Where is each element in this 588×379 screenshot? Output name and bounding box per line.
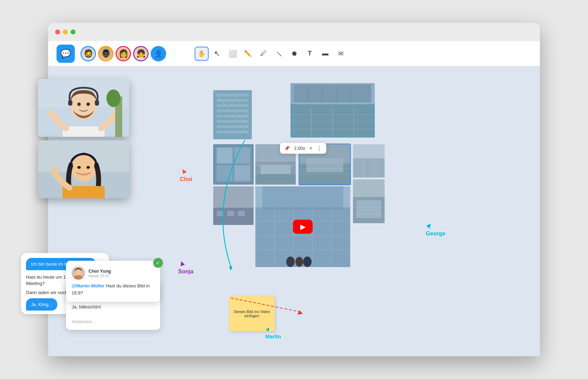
app-logo[interactable]: 💬 — [57, 45, 75, 63]
svg-rect-68 — [262, 186, 343, 209]
svg-rect-22 — [294, 85, 371, 102]
browser-titlebar — [48, 23, 540, 41]
svg-rect-95 — [69, 162, 73, 167]
chat-bubble-4: Ja. Kling... — [26, 298, 57, 311]
comment-user-1: Choi Yung Heute 15:37 — [72, 266, 155, 280]
svg-rect-71 — [357, 200, 381, 218]
video-call-panel — [38, 79, 129, 198]
logo-icon: 💬 — [60, 49, 71, 59]
svg-marker-74 — [229, 266, 233, 270]
svg-rect-32 — [234, 165, 250, 181]
comment-avatar-1 — [72, 266, 85, 280]
sticky-tool[interactable]: ▬ — [318, 47, 332, 61]
svg-rect-44 — [353, 158, 385, 178]
svg-rect-52 — [227, 211, 234, 216]
eraser-tool[interactable]: ⬜ — [226, 47, 240, 61]
comment-name-1: Choi Yung — [89, 268, 111, 274]
image-1[interactable] — [213, 90, 252, 139]
shape-tool[interactable]: ⬟ — [287, 47, 301, 61]
image-3[interactable] — [213, 144, 254, 185]
svg-point-99 — [51, 170, 59, 176]
choi-cursor-label: Choi — [180, 176, 192, 182]
image-6[interactable] — [353, 144, 385, 178]
comment-input-placeholder: Antworten ... — [72, 319, 97, 324]
video-tile-2 — [38, 140, 129, 198]
sonja-cursor-label: Sonja — [178, 268, 194, 275]
svg-point-66 — [295, 257, 303, 267]
svg-rect-31 — [217, 165, 233, 181]
select-tool[interactable]: ↖ — [210, 47, 224, 61]
svg-rect-29 — [217, 148, 233, 164]
main-toolbar: 💬 🧔 👨🏿 👩 👧 👤 ✋ ↖ ⬜ ✏️ 🖊 — [48, 41, 540, 66]
video-tile-1 — [38, 79, 129, 137]
hand-tool[interactable]: ✋ — [195, 47, 209, 61]
svg-point-86 — [77, 102, 81, 106]
image-7[interactable] — [213, 186, 254, 225]
add-user-button[interactable]: 👤 — [151, 46, 166, 61]
svg-rect-82 — [95, 100, 99, 106]
svg-point-67 — [303, 257, 312, 267]
svg-point-85 — [48, 110, 56, 117]
toolbar-tools: ✋ ↖ ⬜ ✏️ 🖊 | ⬟ T ▬ ✉ — [195, 47, 348, 61]
george-arrow-icon: ▲ — [424, 219, 435, 231]
choi-arrow-icon: ▲ — [178, 165, 189, 177]
more-options-icon[interactable]: ⋮ — [316, 145, 322, 152]
avatar-user1[interactable]: 🧔 — [80, 46, 96, 61]
pen-tool[interactable]: ✏️ — [241, 47, 255, 61]
pin-icon[interactable]: 📌 — [284, 146, 290, 151]
svg-rect-5 — [217, 99, 248, 102]
close-button[interactable] — [55, 29, 60, 34]
martin-cursor-label: Martin — [265, 333, 281, 339]
maximize-button[interactable] — [71, 29, 76, 34]
minimize-button[interactable] — [63, 29, 68, 34]
svg-rect-57 — [255, 207, 350, 267]
line-tool[interactable]: | — [269, 44, 289, 64]
svg-point-94 — [71, 155, 96, 182]
svg-rect-10 — [217, 125, 248, 128]
george-cursor-label: George — [426, 231, 445, 237]
crop-icon[interactable]: ⌗ — [309, 145, 312, 151]
svg-point-87 — [86, 102, 90, 106]
comment-meta-1: Choi Yung Heute 15:37 — [89, 268, 111, 278]
svg-line-101 — [55, 167, 55, 170]
svg-rect-96 — [94, 162, 98, 167]
sonja-arrow-icon: ▲ — [177, 258, 187, 269]
avatar-user3[interactable]: 👩 — [116, 46, 131, 61]
svg-rect-4 — [217, 94, 248, 97]
sticky-note[interactable]: Dieses Bild ins Video einfügen — [229, 296, 275, 331]
comment-check-badge: ✓ — [153, 258, 163, 268]
comment-text-1: @Martin Müller Hast du dieses Bild in 16… — [72, 282, 155, 296]
toolbar-divider — [175, 48, 175, 59]
svg-rect-81 — [68, 100, 72, 106]
text-tool[interactable]: T — [303, 47, 317, 61]
svg-rect-36 — [255, 174, 296, 185]
youtube-play-button[interactable]: ▶ — [293, 220, 313, 234]
avatar-user4[interactable]: 👧 — [133, 46, 149, 61]
avatar-group: 🧔 👨🏿 👩 👧 👤 — [80, 46, 166, 61]
comment-time-1: Heute 15:37 — [89, 274, 111, 278]
highlighter-tool[interactable]: 🖊 — [256, 47, 270, 61]
cursor-sonja: ▲ Sonja — [178, 259, 194, 275]
svg-rect-53 — [238, 211, 245, 216]
cursor-george: ▲ George — [426, 221, 445, 237]
svg-point-98 — [86, 166, 90, 169]
svg-rect-8 — [217, 115, 248, 118]
svg-marker-76 — [298, 310, 303, 315]
svg-point-65 — [286, 257, 295, 267]
svg-rect-40 — [306, 158, 343, 172]
svg-rect-51 — [217, 211, 224, 216]
image-main[interactable]: ▶ — [255, 186, 350, 267]
avatar-user2[interactable]: 👨🏿 — [98, 46, 113, 61]
svg-point-89 — [106, 89, 120, 107]
svg-rect-6 — [217, 104, 248, 107]
image-2[interactable] — [290, 83, 375, 138]
comment-tool[interactable]: ✉ — [334, 47, 348, 61]
image-8[interactable] — [353, 179, 385, 223]
svg-rect-48 — [213, 186, 254, 207]
comment-input[interactable]: Antworten ... — [72, 314, 155, 324]
play-icon: ▶ — [293, 220, 313, 234]
svg-rect-7 — [217, 109, 248, 112]
cursor-choi: ▲ Choi — [180, 166, 192, 182]
svg-rect-11 — [217, 131, 248, 133]
sticky-note-text: Dieses Bild ins Video einfügen — [233, 310, 270, 318]
